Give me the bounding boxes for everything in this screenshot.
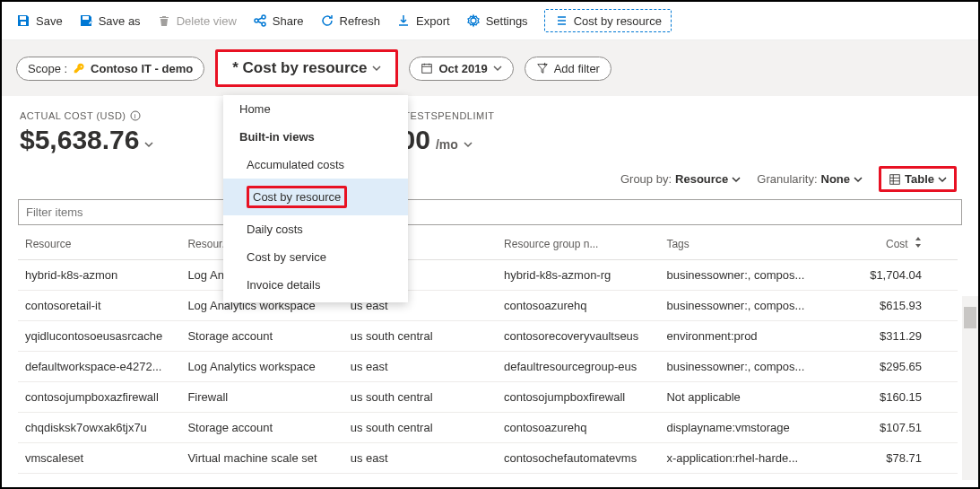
chevron-down-icon (732, 175, 741, 184)
table-row[interactable]: contosoretail-itLog Analytics workspaceu… (18, 290, 958, 320)
save-button[interactable]: Save (16, 13, 63, 28)
cell-rg: contosojumpboxfirewall (497, 381, 659, 412)
chevron-down-icon (938, 175, 947, 184)
group-by-value: Resource (675, 172, 728, 186)
dropdown-item-accumulated[interactable]: Accumulated costs (223, 151, 408, 179)
view-type-label: Table (905, 172, 934, 186)
group-by-selector[interactable]: Group by: Resource (620, 172, 741, 186)
cell-location: us south central (343, 381, 497, 412)
cell-cost: $615.93 (840, 290, 958, 320)
actual-cost-label: ACTUAL COST (USD) (20, 110, 126, 121)
cost-table: Resource Resour... Resource group n... T… (18, 229, 958, 474)
cell-type: Storage account (180, 412, 343, 442)
scope-label: Scope : (28, 62, 67, 75)
cell-tags: businessowner:, compos... (659, 351, 840, 381)
settings-label: Settings (486, 14, 528, 28)
cell-tags: Not applicable (659, 381, 840, 412)
add-filter-label: Add filter (554, 62, 600, 75)
view-selector-dropdown: Home Built-in views Accumulated costs Co… (223, 95, 408, 302)
filter-items-input[interactable] (18, 199, 962, 225)
breadcrumb-label: Cost by resource (574, 14, 662, 28)
actual-cost-value[interactable]: $5,638.76 (20, 125, 153, 155)
save-icon (16, 13, 30, 28)
settings-button[interactable]: Settings (466, 13, 528, 28)
key-icon (73, 62, 85, 74)
sort-icon (915, 237, 922, 248)
dropdown-item-home[interactable]: Home (223, 95, 408, 123)
chevron-down-icon (144, 140, 153, 149)
delete-view-label: Delete view (177, 14, 237, 28)
cell-type: Virtual machine scale set (180, 442, 343, 473)
save-as-label: Save as (99, 14, 141, 28)
share-label: Share (273, 14, 304, 28)
cell-resource: defaultworkspace-e4272... (18, 351, 180, 381)
cell-rg: contosoazurehq (497, 290, 659, 320)
calendar-icon (421, 62, 433, 74)
list-icon (554, 13, 568, 28)
table-row[interactable]: yqidlucontosoeusasrcacheStorage accountu… (18, 320, 958, 351)
dropdown-item-cost-by-service[interactable]: Cost by service (223, 243, 408, 271)
refresh-label: Refresh (340, 14, 381, 28)
table-row[interactable]: hybrid-k8s-azmonLog Analytics workspaceu… (18, 259, 958, 290)
col-resource[interactable]: Resource (18, 229, 180, 259)
svg-text:i: i (134, 112, 135, 120)
col-tags[interactable]: Tags (659, 229, 840, 259)
date-pill[interactable]: Oct 2019 (409, 57, 513, 81)
table-row[interactable]: contosojumpboxazfirewallFirewallus south… (18, 381, 958, 412)
cell-resource: yqidlucontosoeusasrcache (18, 320, 180, 351)
cell-cost: $78.71 (840, 442, 958, 473)
cell-type: Log Analytics workspace (180, 351, 343, 381)
cost-by-resource-breadcrumb[interactable]: Cost by resource (544, 9, 672, 32)
gear-icon (466, 13, 481, 28)
cell-type: Storage account (180, 320, 343, 351)
refresh-button[interactable]: Refresh (320, 13, 381, 28)
table-row[interactable]: defaultworkspace-e4272...Log Analytics w… (18, 351, 958, 381)
cell-cost: $1,704.04 (840, 259, 958, 290)
dropdown-selected-label: Cost by resource (247, 186, 347, 208)
cell-type: Firewall (180, 381, 343, 412)
cell-resource: hybrid-k8s-azmon (18, 259, 180, 290)
granularity-selector[interactable]: Granularity: None (757, 172, 863, 186)
vertical-scrollbar[interactable] (962, 296, 978, 480)
chevron-down-icon (372, 64, 381, 73)
add-filter-pill[interactable]: Add filter (525, 57, 611, 81)
svg-rect-0 (422, 65, 432, 74)
cell-rg: defaultresourcegroup-eus (497, 351, 659, 381)
save-as-button[interactable]: Save as (79, 13, 141, 28)
cell-cost: $107.51 (840, 412, 958, 442)
table-row[interactable]: chqdisksk7owxak6tjx7uStorage accountus s… (18, 412, 958, 442)
add-filter-icon (536, 62, 549, 74)
delete-view-button: Delete view (157, 13, 237, 28)
cell-rg: contosoazurehq (497, 412, 659, 442)
cell-resource: contosoretail-it (18, 290, 180, 320)
export-label: Export (416, 14, 450, 28)
granularity-value: None (821, 172, 851, 186)
info-icon[interactable]: i (130, 110, 141, 121)
cell-cost: $295.65 (840, 351, 958, 381)
table-row[interactable]: vmscalesetVirtual machine scale setus ea… (18, 442, 958, 473)
col-cost[interactable]: Cost (840, 229, 958, 259)
col-resource-group[interactable]: Resource group n... (497, 229, 659, 259)
cell-tags: businessowner:, compos... (659, 259, 840, 290)
share-icon (253, 13, 267, 28)
chevron-down-icon (464, 140, 473, 149)
dropdown-item-cost-by-resource[interactable]: Cost by resource (223, 179, 408, 215)
share-button[interactable]: Share (253, 13, 304, 28)
cell-rg: contosorecoveryvaultseus (497, 320, 659, 351)
budget-unit: /mo (436, 137, 458, 152)
view-selector-pill[interactable]: * Cost by resource (215, 49, 398, 87)
cell-tags: businessowner:, compos... (659, 290, 840, 320)
cell-tags: displayname:vmstorage (659, 412, 840, 442)
view-selector-label: * Cost by resource (232, 59, 367, 77)
table-icon (889, 173, 901, 186)
export-button[interactable]: Export (396, 13, 450, 28)
scrollbar-thumb[interactable] (964, 307, 976, 328)
chevron-down-icon (854, 175, 863, 184)
scope-pill[interactable]: Scope : Contoso IT - demo (16, 57, 204, 81)
scope-value: Contoso IT - demo (91, 62, 193, 75)
cell-tags: x-application:rhel-harde... (659, 442, 840, 473)
dropdown-item-daily[interactable]: Daily costs (223, 215, 408, 243)
dropdown-item-invoice[interactable]: Invoice details (223, 271, 408, 299)
date-value: Oct 2019 (438, 62, 487, 75)
view-type-selector[interactable]: Table (879, 166, 957, 192)
